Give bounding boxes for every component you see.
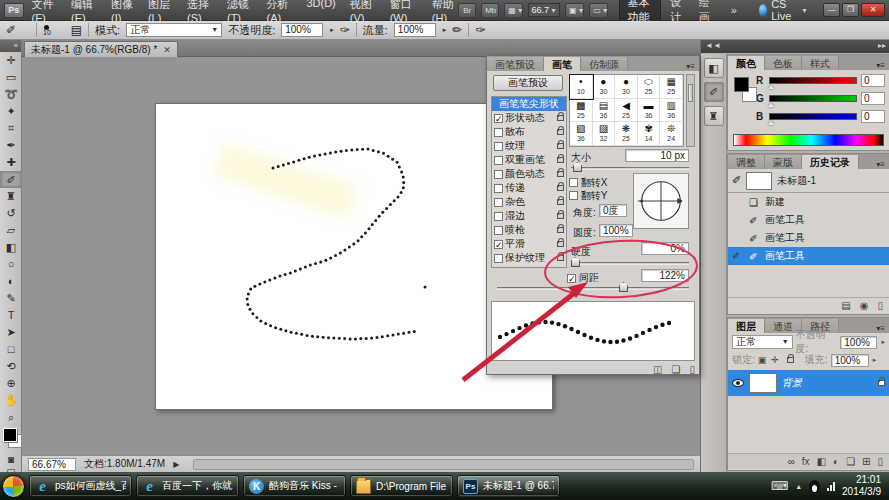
brush-option-双重画笔[interactable]: 双重画笔 — [492, 153, 566, 167]
brush-tip-36[interactable]: ▧36 — [570, 122, 593, 146]
arrange-documents-button[interactable]: ▣▼ — [565, 3, 584, 18]
new-brush-icon[interactable]: ❏ — [672, 364, 681, 375]
spacing-slider-thumb[interactable] — [619, 282, 628, 292]
history-panel-icon[interactable]: ◧ — [704, 58, 724, 78]
history-source-icon[interactable]: ✐ — [732, 174, 741, 187]
background-layer-row[interactable]: 背景 — [728, 370, 889, 396]
brush-tip-36[interactable]: ▬36 — [638, 99, 661, 123]
flow-dropdown-icon[interactable]: ▸ — [443, 26, 447, 34]
brush-tip-32[interactable]: ▨32 — [593, 122, 616, 146]
channel-slider[interactable] — [769, 95, 857, 102]
checkbox[interactable] — [494, 212, 503, 221]
checkbox[interactable] — [494, 198, 503, 207]
history-tab-蒙版[interactable]: 蒙版 — [765, 155, 802, 169]
size-slider[interactable] — [571, 167, 689, 170]
fill-value[interactable]: 100% — [831, 354, 869, 367]
qq-tray-icon[interactable] — [809, 480, 820, 493]
link-layers-icon[interactable]: ∞ — [788, 456, 795, 467]
brush-tip-25[interactable]: ▩25 — [570, 99, 593, 123]
chevron-down-icon[interactable]: ▼ — [23, 27, 30, 34]
opacity-input[interactable]: 100% — [281, 23, 323, 37]
bridge-button[interactable]: Br — [458, 3, 476, 18]
eyedropper-tool[interactable]: ✒ — [0, 137, 22, 154]
menu-图像[interactable]: 图像(I) — [111, 0, 134, 24]
color-tab-颜色[interactable]: 颜色 — [728, 56, 765, 70]
zoom-tool[interactable]: ⌕ — [0, 409, 22, 426]
lock-transparent-icon[interactable]: ▣ — [758, 355, 769, 365]
cslive-button[interactable]: CS Live ▼ — [759, 0, 808, 22]
size-value[interactable]: 10 px — [625, 149, 689, 162]
brush-option-颜色动态[interactable]: 颜色动态 — [492, 167, 566, 181]
layer-group-icon[interactable]: ❏ — [846, 456, 855, 467]
airbrush-icon[interactable]: ✏ — [452, 23, 462, 37]
hand-tool[interactable]: ✋ — [0, 392, 22, 409]
menu-编辑[interactable]: 编辑(E) — [71, 0, 97, 24]
tray-expand-icon[interactable]: ▲ — [795, 483, 802, 490]
checkbox[interactable]: ✓ — [494, 240, 503, 249]
brush-tip-10[interactable]: •10 — [570, 75, 593, 99]
workspace-more-button[interactable]: » — [724, 2, 744, 18]
marquee-tool[interactable]: ▭ — [0, 69, 22, 86]
brush-tip-30[interactable]: ●30 — [615, 75, 638, 99]
color-spectrum-bar[interactable] — [733, 134, 884, 146]
taskbar-button-ie[interactable]: e百度一下，你就... — [136, 475, 239, 497]
lock-paint-icon[interactable]: ✛ — [771, 355, 781, 365]
brush-tip-shape-item[interactable]: 画笔笔尖形状 — [492, 97, 566, 111]
new-doc-from-state-icon[interactable]: ▤ — [841, 300, 850, 311]
checkbox[interactable] — [494, 184, 503, 193]
brush-tip-36[interactable]: ▥36 — [660, 99, 683, 123]
menu-文件[interactable]: 文件(F) — [32, 0, 58, 24]
channel-slider[interactable] — [769, 77, 857, 84]
foreground-color-swatch[interactable] — [3, 428, 17, 442]
menu-视图[interactable]: 视图(V) — [350, 0, 376, 24]
taskbar-button-ps[interactable]: Ps未标题-1 @ 66.7... — [457, 475, 560, 497]
brush-option-形状动态[interactable]: ✓形状动态 — [492, 111, 566, 125]
layers-opacity-value[interactable]: 100% — [840, 336, 877, 349]
clone-source-panel-icon[interactable]: ♜ — [704, 106, 724, 126]
brush-option-散布[interactable]: 散布 — [492, 125, 566, 139]
clone-stamp-tool[interactable]: ♜ — [0, 188, 22, 205]
brush-tab-仿制源[interactable]: 仿制源 — [581, 57, 628, 71]
hardness-slider[interactable] — [571, 262, 689, 265]
path-select-tool[interactable]: ➤ — [0, 324, 22, 341]
network-icon[interactable] — [827, 482, 835, 491]
brush-option-杂色[interactable]: 杂色 — [492, 195, 566, 209]
adjustment-layer-icon[interactable]: ◐ — [833, 456, 839, 467]
menu-滤镜[interactable]: 滤镜(T) — [227, 0, 253, 24]
menu-分析[interactable]: 分析(A) — [266, 0, 292, 24]
new-layer-icon[interactable]: ⊞ — [862, 456, 870, 467]
brush-tab-画笔[interactable]: 画笔 — [544, 57, 581, 71]
history-item-画笔工具[interactable]: ✐画笔工具 — [728, 211, 889, 229]
brush-presets-button[interactable]: 画笔预设 — [493, 75, 563, 91]
spacing-value[interactable]: 122% — [641, 269, 689, 282]
document-tab[interactable]: 未标题-1 @ 66.7%(RGB/8) * ✕ — [24, 41, 178, 57]
zoom-level-box[interactable]: 66.7▼ — [528, 3, 559, 17]
start-button[interactable] — [2, 475, 25, 498]
shape-tool[interactable]: □ — [0, 341, 22, 358]
layer-mask-icon[interactable]: ◧ — [817, 456, 826, 467]
spacing-checkbox[interactable]: ✓ — [567, 274, 576, 283]
menu-3D[interactable]: 3D(D) — [306, 0, 335, 24]
minimize-button[interactable]: — — [823, 3, 840, 17]
roundness-value[interactable]: 100% — [599, 224, 633, 237]
checkbox[interactable] — [494, 156, 503, 165]
toggle-brush-panel-icon[interactable]: ▤ — [71, 23, 82, 37]
texture-lock-icon[interactable]: ◫ — [653, 364, 662, 375]
pen-tool[interactable]: ✎ — [0, 290, 22, 307]
magic-wand-tool[interactable]: ✦ — [0, 103, 22, 120]
brush-tip-36[interactable]: ▤36 — [593, 99, 616, 123]
menu-帮助[interactable]: 帮助(H) — [432, 0, 458, 24]
flip-x-checkbox[interactable] — [569, 178, 578, 187]
brush-tip-25[interactable]: ⬭25 — [638, 75, 661, 99]
blur-tool[interactable]: ○ — [0, 256, 22, 273]
system-clock[interactable]: 21:01 2014/3/9 — [842, 474, 881, 498]
dodge-tool[interactable]: ◐ — [0, 273, 22, 290]
toolbar-collapse-icon[interactable]: » — [0, 40, 21, 52]
brush-tip-25[interactable]: ❋25 — [615, 122, 638, 146]
restore-button[interactable]: ❐ — [842, 3, 859, 17]
history-snapshot-row[interactable]: ✐ 未标题-1 — [728, 169, 889, 193]
brush-tool[interactable]: ✐ — [0, 171, 22, 188]
brush-tip-24[interactable]: ❊24 — [660, 122, 683, 146]
close-button[interactable]: ✕ — [861, 3, 885, 17]
history-tab-历史记录[interactable]: 历史记录 — [802, 155, 859, 169]
